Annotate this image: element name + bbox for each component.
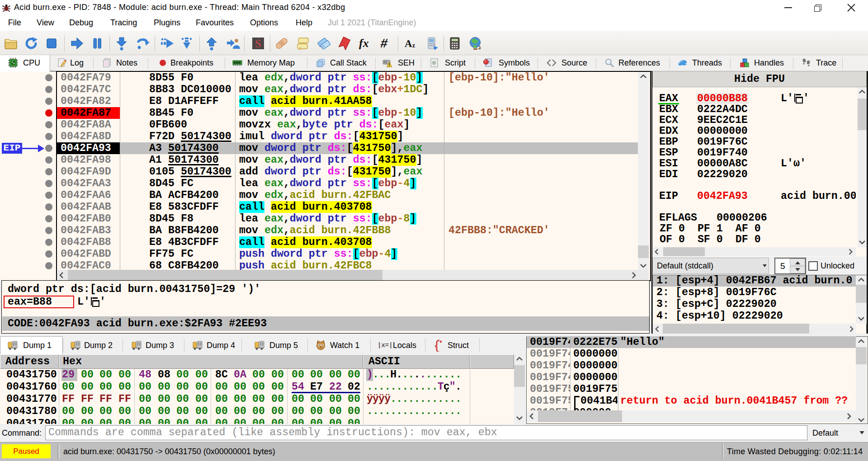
svg-text:fx: fx	[359, 37, 369, 50]
svg-text:S: S	[255, 38, 261, 50]
svg-text:z: z	[412, 42, 415, 49]
svg-text:#: #	[380, 36, 389, 50]
svg-text:A: A	[405, 38, 412, 49]
